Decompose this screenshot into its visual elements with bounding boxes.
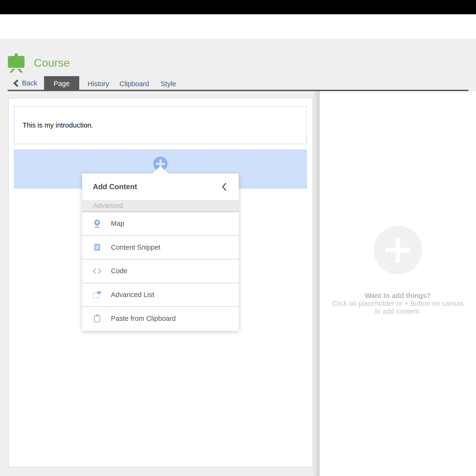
chevron-left-icon[interactable] [221,183,227,191]
tab-style[interactable]: Style [161,80,176,88]
menu-item-label: Content Snippet [111,243,160,251]
menu-item-label: Map [111,220,124,227]
map-pin-icon [93,220,102,228]
tab-history[interactable]: History [87,80,109,88]
hint-headline: Want to add things? [320,292,476,300]
section-label: Advanced [93,202,123,209]
menu-item-content-snippet[interactable]: Content Snippet [82,235,239,259]
intro-text-block[interactable]: This is my introduction. [14,106,307,144]
tab-page[interactable]: Page [44,76,79,91]
menu-item-paste-from-clipboard[interactable]: Paste from Clipboard [82,306,239,330]
popup-header: Add Content [82,173,239,200]
back-label: Back [22,79,37,87]
popup-title: Add Content [93,183,137,191]
popup-section-header: Advanced [82,200,239,212]
tab-clipboard[interactable]: Clipboard [119,80,149,88]
header-gap [0,14,476,39]
content-snippet-icon [93,243,102,251]
empty-state-hint: Want to add things? Click on placeholder… [320,292,476,315]
chevron-left-icon [13,80,18,87]
hint-line-1: Click on placeholder or + Button on canv… [320,300,476,307]
advanced-list-icon [93,291,102,298]
top-black-bar [0,0,476,14]
panel-divider [312,91,320,476]
back-button[interactable]: Back [13,79,37,87]
page-title: Course [34,56,70,69]
screen: Course Back Page History Clipboard Style… [0,0,476,476]
clipboard-icon [93,314,102,323]
add-content-popup: Add Content Advanced Map [82,173,239,331]
menu-item-label: Paste from Clipboard [111,315,176,323]
menu-item-label: Code [111,267,127,275]
menu-item-map[interactable]: Map [82,212,239,235]
menu-item-label: Advanced List [111,291,154,299]
popup-item-list: Map Content Snippet [82,212,239,330]
popup-arrow [153,166,168,173]
code-icon [93,268,102,274]
menu-item-code[interactable]: Code [82,259,239,283]
empty-state-plus-icon [374,226,422,274]
properties-panel: Want to add things? Click on placeholder… [320,91,476,476]
course-easel-icon [8,53,24,73]
intro-text: This is my introduction. [23,121,93,129]
menu-item-advanced-list[interactable]: Advanced List [82,283,239,306]
hint-line-2: to add content. [320,307,476,315]
